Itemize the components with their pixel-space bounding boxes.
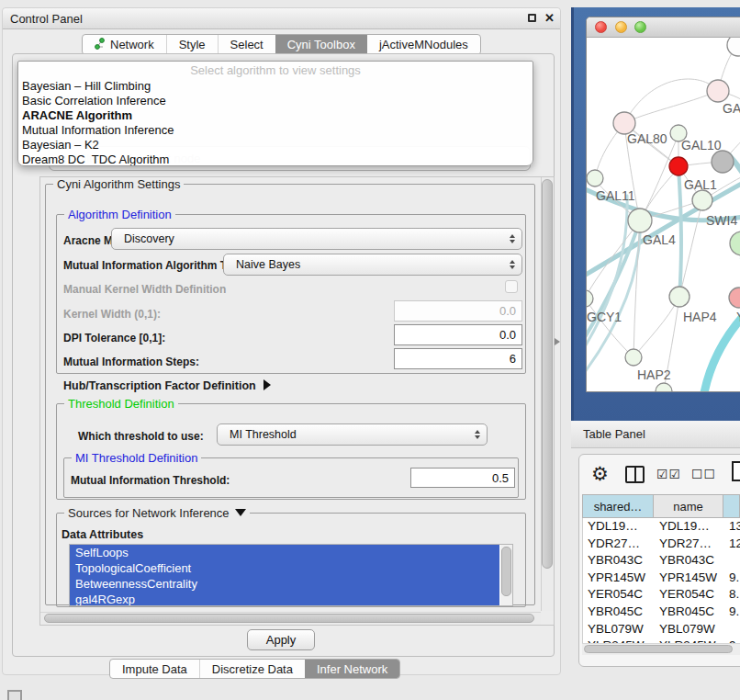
tab-discretize-data[interactable]: Discretize Data <box>199 660 305 678</box>
column-header-2[interactable] <box>723 494 740 518</box>
network-node-hap2[interactable] <box>625 349 642 366</box>
split-pane-arrow[interactable] <box>555 338 560 345</box>
tab-cyni-toolbox[interactable]: Cyni Toolbox <box>275 35 367 54</box>
algorithm-option-dream8-dc-tdc-algorithm[interactable]: Dream8 DC_TDC Algorithm <box>18 152 533 166</box>
table-row[interactable]: YBL079WYBL079W <box>583 621 740 638</box>
network-node-swi4[interactable] <box>692 190 712 210</box>
network-edge[interactable] <box>678 168 681 297</box>
gear-icon[interactable]: ⚙ <box>591 463 609 485</box>
table-cell: 13 <box>724 518 740 536</box>
attribute-item-gal4rgexp[interactable]: gal4RGexp <box>70 592 499 606</box>
control-panel-tabs: NetworkStyleSelectCyni ToolboxjActiveMNo… <box>82 34 481 55</box>
mi-steps-input[interactable]: 6 <box>394 348 522 369</box>
attributes-scrollbar-thumb[interactable] <box>501 547 511 596</box>
algorithm-option-basic-correlation-inference[interactable]: Basic Correlation Inference <box>18 94 533 108</box>
network-window-titlebar[interactable] <box>587 17 740 38</box>
tab-impute-data[interactable]: Impute Data <box>110 660 199 678</box>
mi-algorithm-type-combo[interactable]: Naive Bayes <box>223 254 522 276</box>
tab-select[interactable]: Select <box>218 35 275 54</box>
hub-section-toggle[interactable]: Hub/Transcription Factor Definition <box>63 379 271 392</box>
node-label-gal4: GAL4 <box>643 232 676 247</box>
close-panel-icon[interactable]: ✕ <box>544 11 555 25</box>
document-icon[interactable] <box>732 461 740 481</box>
control-panel-titlebar[interactable]: Control Panel ✕ <box>3 8 560 29</box>
data-attributes-list: SelfLoopsTopologicalCoefficientBetweenne… <box>69 544 513 606</box>
table-cell: YDR27… <box>655 536 724 553</box>
table-row[interactable]: YDR27…YDR27…12 <box>583 536 740 553</box>
tab-style[interactable]: Style <box>166 35 218 54</box>
manual-kernel-width-label: Manual Kernel Width Definition <box>63 283 226 296</box>
table-row[interactable]: YDL19…YDL19…13 <box>583 518 740 536</box>
network-edge[interactable] <box>624 79 718 123</box>
network-node-gal11[interactable] <box>587 170 603 186</box>
network-edge[interactable] <box>624 91 718 123</box>
network-svg[interactable]: GALGAL80GAL10GAL1GAL11SWI4GAL4GCY1HAP4YH… <box>587 38 740 392</box>
minimized-panel-icon[interactable] <box>7 690 22 700</box>
manual-kernel-width-checkbox[interactable] <box>505 280 518 293</box>
table-cell: YPR145W <box>655 570 724 587</box>
column-header-name[interactable]: name <box>654 494 723 518</box>
network-node-gray-node[interactable] <box>712 151 734 173</box>
algorithm-option-aracne-algorithm[interactable]: ARACNE Algorithm <box>18 108 533 123</box>
tab-jactivemnodules[interactable]: jActiveMNodules <box>367 35 480 54</box>
table-cell <box>724 621 740 638</box>
attribute-item-betweennesscentrality[interactable]: BetweennessCentrality <box>70 576 499 592</box>
attribute-item-selfloops[interactable]: SelfLoops <box>70 545 499 560</box>
network-node-pink-right[interactable] <box>729 288 740 308</box>
network-node-node-bottom[interactable] <box>656 383 672 392</box>
select-all-checkboxes-icon[interactable]: ☑☑ <box>656 467 681 481</box>
tab-label: Select <box>230 38 263 51</box>
algorithm-option-bayesian-hill-climbing[interactable]: Bayesian – Hill Climbing <box>18 79 533 94</box>
mutual-information-threshold-label: Mutual Information Threshold: <box>71 474 230 487</box>
network-node-gal-partial[interactable] <box>707 80 729 102</box>
zoom-window-icon[interactable] <box>634 21 646 33</box>
algorithm-dropdown-popup: Select algorithm to view settings Bayesi… <box>17 61 533 166</box>
network-node-gal4[interactable] <box>628 209 652 232</box>
settings-vscrollbar-thumb[interactable] <box>542 179 553 569</box>
stepper-icon <box>510 234 515 243</box>
float-panel-icon[interactable] <box>528 14 536 22</box>
table-row[interactable]: YER054CYER054C8. <box>583 586 740 604</box>
stepper-icon <box>510 260 515 269</box>
aracne-mode-combo[interactable]: Discovery <box>111 228 522 250</box>
apply-button[interactable]: Apply <box>247 629 315 650</box>
network-edge[interactable] <box>633 297 679 357</box>
table-row[interactable]: YBR043CYBR043C <box>583 552 740 570</box>
node-label-swi4: SWI4 <box>706 213 737 228</box>
sources-title[interactable]: Sources for Network Inference <box>64 506 250 520</box>
network-node-big-green[interactable] <box>730 231 740 255</box>
dpi-tolerance-input[interactable]: 0.0 <box>394 324 522 345</box>
network-edge[interactable] <box>640 135 678 220</box>
mi-steps-value: 6 <box>510 352 516 366</box>
mi-algorithm-type-value: Naive Bayes <box>236 258 300 271</box>
minimize-window-icon[interactable] <box>615 21 627 33</box>
attribute-item-topologicalcoefficient[interactable]: TopologicalCoefficient <box>70 560 499 576</box>
table-row[interactable]: YPR145WYPR145W9. <box>583 570 740 587</box>
table-panel-titlebar[interactable]: Table Panel <box>571 421 740 448</box>
table-row[interactable]: YBR045CYBR045C9. <box>583 604 740 621</box>
settings-hscrollbar-thumb[interactable] <box>44 614 534 623</box>
algorithm-option-mutual-information-inference[interactable]: Mutual Information Inference <box>18 123 533 138</box>
close-window-icon[interactable] <box>595 21 607 33</box>
deselect-all-checkboxes-icon[interactable]: ☐☐ <box>691 467 716 481</box>
network-node-gcy1[interactable] <box>587 290 593 307</box>
mutual-information-threshold-input[interactable]: 0.5 <box>410 468 515 488</box>
network-edge[interactable] <box>587 299 633 357</box>
kernel-width-input[interactable]: 0.0 <box>394 300 522 322</box>
column-header-shared[interactable]: shared… <box>582 494 654 518</box>
which-threshold-value: MI Threshold <box>230 428 297 441</box>
dpi-tolerance-value: 0.0 <box>499 328 516 342</box>
network-edge[interactable] <box>587 196 627 356</box>
network-node-gal1[interactable] <box>669 157 688 175</box>
network-window: GALGAL80GAL10GAL1GAL11SWI4GAL4GCY1HAP4YH… <box>586 17 740 392</box>
table-hscrollbar-thumb[interactable] <box>584 645 733 653</box>
columns-icon[interactable] <box>625 466 645 483</box>
algorithm-option-bayesian-k2[interactable]: Bayesian – K2 <box>18 138 533 152</box>
tab-label: Discretize Data <box>212 662 293 676</box>
network-node-hap4[interactable] <box>669 287 690 307</box>
data-attributes-label: Data Attributes <box>62 528 143 541</box>
network-node-node-top-right[interactable] <box>727 38 740 56</box>
tab-infer-network[interactable]: Infer Network <box>305 660 399 678</box>
which-threshold-combo[interactable]: MI Threshold <box>217 423 488 446</box>
tab-network[interactable]: Network <box>83 35 166 54</box>
